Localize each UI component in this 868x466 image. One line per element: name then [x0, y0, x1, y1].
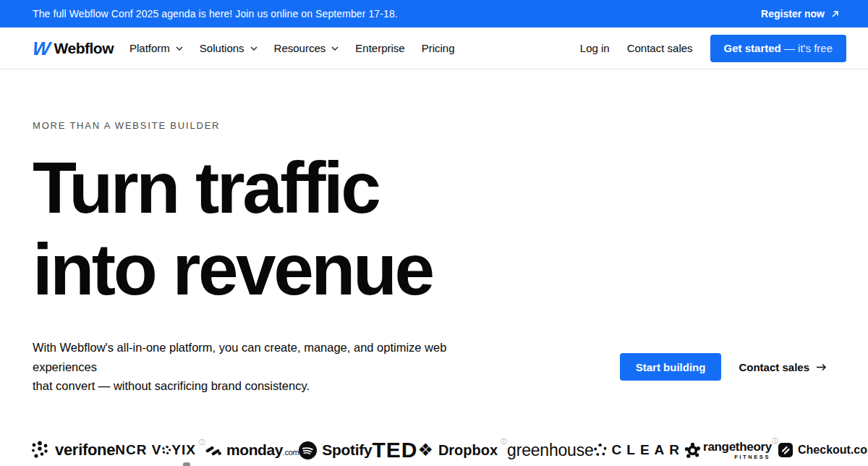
monday-wordmark: monday.com	[226, 441, 299, 459]
register-now-label: Register now	[761, 8, 825, 20]
nav-item-pricing[interactable]: Pricing	[422, 38, 455, 59]
logo-clear: CLEAR	[594, 442, 684, 458]
arrow-right-icon	[816, 363, 827, 371]
orangetheory-wordmark: rangetheory FITNESS	[703, 441, 772, 460]
brand-name: Webflow	[54, 40, 114, 57]
nav-item-label: Solutions	[200, 42, 244, 54]
nav-item-label: Enterprise	[355, 42, 404, 54]
clear-wordmark: CLEAR	[612, 442, 684, 458]
info-icon: ⓘ	[501, 437, 507, 446]
logo-spotify: Spotify	[299, 441, 372, 459]
logo-dropbox: ❖ Dropbox ⓘ	[417, 441, 507, 459]
webflow-logo[interactable]: W Webflow	[33, 39, 114, 58]
ncr-wordmark: NCR VYIX	[115, 442, 196, 458]
orangetheory-splat-icon	[684, 442, 701, 459]
nav-item-label: Platform	[129, 42, 170, 54]
nav-actions: Log in Contact sales Get started — it's …	[580, 35, 846, 62]
customer-logo-bar: verifone NCR VYIX ⓘ monday.com Spotify T…	[0, 435, 868, 465]
webflow-mark-icon: W	[32, 39, 50, 58]
monday-bars-icon	[205, 444, 221, 457]
logo-monday: monday.com	[205, 441, 299, 459]
hero-heading: Turn traffic into revenue	[33, 147, 835, 310]
info-icon: ⓘ	[772, 436, 778, 446]
chevron-down-icon	[176, 46, 183, 51]
hero-description-line2: that convert — without sacrificing brand…	[33, 376, 495, 396]
logo-checkout: Checkout.com	[778, 443, 868, 457]
logo-ted: TED	[372, 438, 417, 462]
spotify-icon	[299, 441, 317, 459]
hero-bottom-row: With Webflow's all-in-one platform, you …	[33, 338, 835, 396]
greenhouse-wordmark: greenhouse	[507, 441, 594, 460]
register-now-link[interactable]: Register now	[761, 8, 839, 20]
dropbox-wordmark: Dropbox	[438, 442, 498, 459]
partial-next-section-element	[183, 462, 190, 466]
logo-greenhouse: greenhouse	[507, 441, 594, 460]
spotify-wordmark: Spotify	[322, 441, 372, 459]
hero-description: With Webflow's all-in-one platform, you …	[33, 338, 495, 396]
ncr-pre: NCR V	[115, 442, 161, 457]
nav-links: Platform Solutions Resources Enterprise …	[129, 38, 455, 59]
verifone-dots-icon	[30, 441, 50, 460]
hero-eyebrow: MORE THAN A WEBSITE BUILDER	[33, 120, 835, 131]
nav-item-label: Resources	[274, 42, 326, 54]
contact-sales-link[interactable]: Contact sales	[739, 361, 827, 373]
logo-verifone: verifone	[30, 441, 115, 460]
orangetheory-main: rangetheory	[703, 441, 772, 453]
get-started-suffix: — it's free	[781, 42, 833, 54]
chevron-down-icon	[250, 46, 258, 51]
dropbox-icon: ❖	[417, 441, 433, 459]
logo-orangetheory: rangetheory FITNESS ⓘ	[684, 441, 778, 460]
checkout-icon	[778, 443, 793, 457]
nav-item-enterprise[interactable]: Enterprise	[355, 38, 404, 59]
nav-item-solutions[interactable]: Solutions	[200, 38, 258, 59]
contact-sales-label: Contact sales	[739, 361, 809, 373]
login-link[interactable]: Log in	[580, 42, 610, 54]
verifone-wordmark: verifone	[55, 441, 115, 459]
hero-section: MORE THAN A WEBSITE BUILDER Turn traffic…	[0, 120, 868, 396]
get-started-button[interactable]: Get started — it's free	[710, 35, 846, 62]
logo-ncr-voyix: NCR VYIX ⓘ	[115, 442, 205, 458]
ncr-dotted-o-icon	[162, 446, 171, 454]
info-icon: ⓘ	[199, 438, 205, 447]
ted-wordmark: TED	[372, 438, 417, 462]
monday-main: monday	[226, 441, 283, 458]
start-building-button[interactable]: Start building	[620, 353, 722, 381]
ncr-post: YIX	[171, 442, 196, 457]
hero-heading-line1: Turn traffic	[33, 147, 835, 229]
main-nav: W Webflow Platform Solutions Resources E…	[0, 27, 868, 69]
checkout-wordmark: Checkout.com	[798, 444, 868, 457]
contact-sales-nav-link[interactable]: Contact sales	[627, 42, 693, 54]
clear-dotted-circle-icon	[594, 444, 607, 457]
nav-item-label: Pricing	[422, 42, 455, 54]
get-started-label: Get started	[724, 42, 781, 54]
hero-description-line1: With Webflow's all-in-one platform, you …	[33, 338, 495, 376]
orangetheory-sub: FITNESS	[734, 454, 772, 460]
chevron-down-icon	[331, 46, 339, 51]
announcement-message: The full Webflow Conf 2025 agenda is her…	[33, 8, 398, 20]
nav-item-platform[interactable]: Platform	[129, 38, 183, 59]
announcement-banner: The full Webflow Conf 2025 agenda is her…	[0, 0, 868, 27]
hero-heading-line2: into revenue	[33, 229, 835, 310]
arrow-up-right-icon	[831, 10, 839, 18]
monday-suffix: .com	[283, 448, 299, 457]
nav-item-resources[interactable]: Resources	[274, 38, 339, 59]
hero-cta-row: Start building Contact sales	[620, 353, 835, 381]
